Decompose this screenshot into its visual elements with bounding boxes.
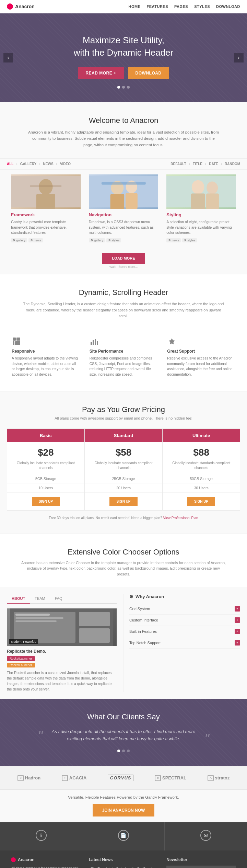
footer-news-list: The Template is Optimized for RokBooster…	[89, 866, 158, 868]
why-badge-3[interactable]: +	[235, 629, 240, 634]
why-label-3: Built-in Features	[129, 629, 157, 633]
svg-rect-26	[79, 628, 110, 643]
filter-all[interactable]: ALL	[7, 162, 13, 166]
tag-gallery: ⚑ gallery	[11, 238, 27, 242]
filter-default[interactable]: DEFAULT	[170, 162, 186, 166]
tab-about[interactable]: ABOUT	[7, 594, 30, 604]
svg-rect-18	[15, 341, 20, 345]
svg-rect-6	[110, 194, 124, 209]
tag-styles2: ⚑ styles	[182, 238, 197, 242]
why-label-2: Custom Interface	[129, 618, 158, 622]
svg-rect-28	[15, 617, 63, 619]
feature-title-2: Site Performance	[90, 349, 158, 354]
filter-news[interactable]: NEWS	[43, 162, 54, 166]
acacia-label: ACACIA	[69, 775, 87, 780]
feature-title-3: Great Support	[167, 349, 235, 354]
hero-next-arrow[interactable]: ›	[234, 53, 244, 62]
performance-icon	[90, 336, 99, 346]
why-badge-1[interactable]: +	[235, 606, 240, 612]
grid-title-1: Framework	[11, 212, 81, 217]
why-row-2: Custom Interface +	[129, 615, 240, 626]
svg-rect-20	[93, 340, 94, 345]
filter-video[interactable]: VIDEO	[60, 162, 71, 166]
pricing-ultimate-signup[interactable]: SIGN UP	[187, 497, 215, 506]
hero-dot-3[interactable]	[127, 86, 130, 89]
spectral-icon: ◈	[155, 775, 161, 781]
why-icon: ⚙	[129, 594, 133, 599]
pricing-plan-link[interactable]: View Professional Plan	[163, 516, 198, 520]
pricing-basic-header: Basic	[7, 429, 84, 442]
filter-title[interactable]: TITLE	[193, 162, 202, 166]
news-item-1: The Template is Optimized for RokBooster	[89, 866, 158, 868]
footer-icon-info: ℹ	[0, 822, 82, 850]
content-grid: Framework Gantry is a powerful core temp…	[0, 170, 247, 247]
features-row: Responsive A responsive layout adapts to…	[0, 326, 247, 391]
feature-desc-3: Receive exclusive access to the Anacron …	[167, 356, 235, 377]
responsive-icon	[12, 336, 21, 346]
hero-prev-arrow[interactable]: ‹	[3, 53, 13, 62]
nav-pages[interactable]: PAGES	[174, 4, 188, 9]
grid-image-1	[11, 174, 81, 209]
feature-support: Great Support Receive exclusive access t…	[162, 333, 240, 381]
footer-logo	[11, 857, 16, 862]
filter-bar: ALL › GALLERY › NEWS › VIDEO DEFAULT › T…	[0, 158, 247, 170]
load-more-button[interactable]: LOAD MORE	[102, 253, 144, 264]
load-more-section: LOAD MORE Wait! There's more...	[0, 247, 247, 274]
hero-section: ‹ Maximize Site Utility, with the Dynami…	[0, 13, 247, 102]
newsletter-email-input[interactable]	[166, 866, 236, 868]
nav-styles[interactable]: STYLES	[194, 4, 210, 9]
nav-features[interactable]: FEATURES	[147, 4, 168, 9]
download-button[interactable]: DOWNLOAD	[128, 67, 169, 79]
logo-acacia: ○ ACACIA	[62, 775, 87, 781]
filter-date[interactable]: DATE	[209, 162, 218, 166]
nav-download[interactable]: DOWNLOAD	[216, 4, 240, 9]
svg-rect-3	[30, 185, 61, 187]
client-dot-2[interactable]	[122, 750, 125, 752]
why-badge-2[interactable]: +	[235, 617, 240, 623]
pricing-basic-price: $28	[7, 442, 84, 461]
pricing-section: Pay as You Grow Pricing All plans come w…	[0, 391, 247, 534]
svg-rect-8	[126, 193, 138, 209]
pricing-title: Pay as You Grow Pricing	[7, 405, 240, 414]
filter-left: ALL › GALLERY › NEWS › VIDEO	[7, 162, 71, 166]
demo-description: The RocketLauncher is a customized Jooml…	[7, 670, 117, 692]
pricing-basic: Basic $28 Globally incubate standards co…	[7, 429, 85, 511]
demo-badge2: RocketLauncher	[7, 663, 35, 667]
grid-item-framework: Framework Gantry is a powerful core temp…	[7, 170, 85, 247]
pricing-basic-signup[interactable]: SIGN UP	[32, 497, 60, 506]
svg-rect-2	[36, 194, 55, 209]
filter-random[interactable]: RANDOM	[225, 162, 240, 166]
tag-news2: ⚑ news	[166, 238, 181, 242]
grid-desc-1: Gantry is a powerful core template frame…	[11, 219, 81, 236]
filter-gallery[interactable]: GALLERY	[20, 162, 36, 166]
brand: Anacron	[7, 3, 35, 10]
nav-home[interactable]: HOME	[129, 4, 141, 9]
join-button[interactable]: JOIN ANACRON NOW	[93, 804, 155, 816]
feature-desc-1: A responsive layout adapts to the viewin…	[12, 356, 80, 377]
why-label-4: Top Notch Support	[129, 641, 161, 645]
svg-rect-22	[97, 341, 98, 345]
svg-rect-21	[95, 339, 96, 345]
pricing-standard-signup[interactable]: SIGN UP	[109, 497, 137, 506]
why-row-3: Built-in Features +	[129, 626, 240, 637]
pricing-ultimate-price: $88	[163, 442, 240, 461]
hero-dot-1[interactable]	[117, 86, 120, 89]
why-title: ⚙ Why Anacron	[129, 594, 240, 599]
why-badge-4[interactable]: +	[235, 640, 240, 646]
feature-desc-2: RokBooster compresses and combines CSS, …	[90, 356, 158, 377]
hero-dot-2[interactable]	[122, 86, 125, 89]
tab-team[interactable]: TEAM	[30, 594, 50, 604]
svg-rect-16	[16, 338, 20, 341]
client-dot-3[interactable]	[127, 750, 130, 752]
readmore-button[interactable]: READ MORE +	[78, 67, 124, 79]
client-dot-1[interactable]	[117, 750, 120, 752]
pricing-ultimate-header: Ultimate	[163, 429, 240, 442]
acacia-icon: ○	[62, 775, 68, 781]
tab-faq[interactable]: FAQ	[50, 594, 67, 604]
load-more-subtitle: Wait! There's more...	[5, 265, 242, 269]
hadron-icon: ◇	[17, 775, 24, 781]
welcome-title: Welcome to Anacron	[27, 116, 220, 125]
tag-styles: ⚑ styles	[106, 238, 121, 242]
gantry-section: Versatile, Flexible Features Powered by …	[0, 790, 247, 822]
grid-tags-2: ⚑ gallery ⚑ styles	[89, 238, 158, 242]
